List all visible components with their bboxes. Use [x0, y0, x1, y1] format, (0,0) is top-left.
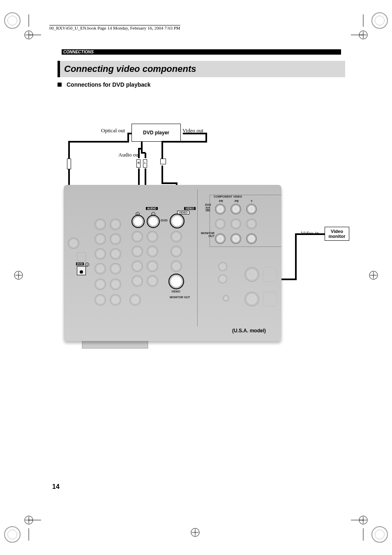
video-mon-label: VIDEO [171, 290, 180, 293]
opt-circle-1: 1 [85, 263, 89, 267]
y-label: Y [251, 200, 253, 203]
optical-slot [77, 252, 86, 261]
monitor-out-label: MONITOR OUT [170, 296, 190, 299]
rca-plug-r: R [136, 159, 141, 168]
video-label: VIDEO [184, 207, 196, 210]
receiver-back-panel: DVD 1 AUDIO VIDEO VIDEO R L DVD VIDEO MO… [64, 185, 281, 341]
dvd-opt-label: DVD [76, 263, 84, 265]
audio-label: AUDIO [146, 207, 158, 210]
a-box: A [206, 207, 210, 211]
pb-label: PB [235, 200, 239, 203]
optical-dvd-slot [77, 266, 86, 275]
dvd-row-label: DVD [161, 219, 168, 222]
optical-plug [67, 159, 71, 169]
model-label: (U.S.A. model) [232, 328, 266, 334]
dvd-a-label: DVD [205, 203, 211, 206]
video-plug [160, 159, 166, 164]
component-video-label: COMPONENT VIDEO [214, 195, 242, 198]
page-number: 14 [52, 483, 60, 491]
monitor-out-comp-label: MONITOR OUT [201, 232, 214, 237]
pr-label: PR [219, 200, 223, 203]
rca-plug-l: L [143, 159, 147, 168]
